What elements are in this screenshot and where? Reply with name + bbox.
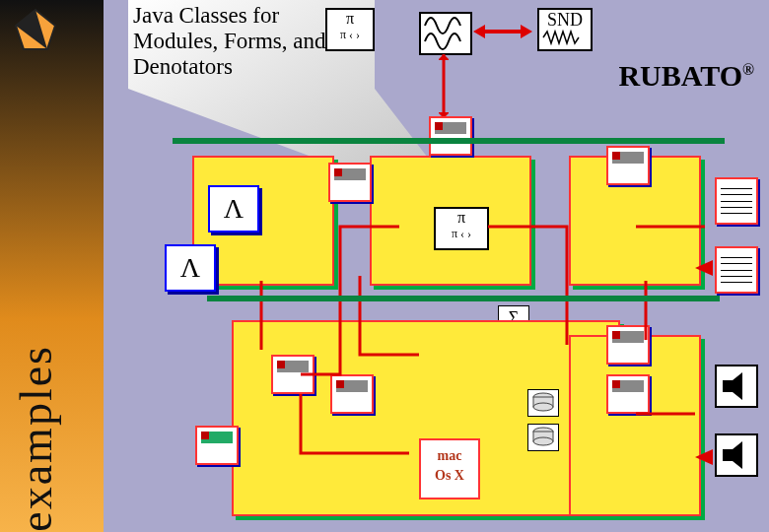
- module-widget: [271, 355, 315, 394]
- brand-name: RUBATO: [618, 59, 742, 92]
- speaker-icon: [715, 433, 758, 477]
- svg-marker-7: [439, 54, 449, 60]
- svg-marker-9: [695, 260, 713, 276]
- svg-marker-19: [695, 449, 713, 465]
- brand-label: RUBATO®: [618, 59, 754, 93]
- pi-icon: π π ‹ ›: [325, 8, 375, 51]
- pi-symbol: π: [436, 209, 487, 227]
- mac-line2: Os X: [421, 466, 478, 486]
- disk-icon: [527, 424, 559, 451]
- disk-icon: [527, 389, 559, 417]
- module-widget: [195, 426, 239, 465]
- svg-marker-5: [521, 25, 532, 38]
- coil-icon: [419, 12, 472, 55]
- svg-rect-20: [207, 296, 720, 301]
- module-widget: [328, 163, 372, 202]
- pi-sub: π ‹ ›: [327, 28, 373, 41]
- svg-marker-18: [723, 441, 742, 469]
- lambda-box: Λ: [165, 244, 216, 292]
- sidebar-label: examples: [10, 345, 62, 532]
- snd-label: SND: [539, 10, 591, 30]
- svg-marker-17: [723, 372, 742, 400]
- pi-icon: π π ‹ ›: [434, 207, 489, 250]
- connector: [439, 54, 449, 118]
- brand-registered: ®: [742, 61, 754, 78]
- score-staff-icon: [715, 177, 758, 225]
- logo-icon: [12, 6, 59, 53]
- bidir-arrow-icon: [473, 20, 532, 43]
- pi-symbol: π: [327, 10, 373, 28]
- module-widget: [606, 374, 650, 414]
- snd-box: SND: [537, 8, 593, 51]
- svg-point-16: [533, 437, 553, 445]
- module-widget: [606, 146, 650, 185]
- red-arrow-left: [695, 258, 719, 278]
- green-rail: [173, 138, 725, 148]
- svg-point-13: [533, 403, 553, 411]
- svg-marker-4: [473, 25, 485, 38]
- module-widget: [330, 374, 374, 414]
- module-widget: [429, 116, 472, 156]
- diagram-canvas: Java Classes for Modules, Forms, and Den…: [104, 0, 769, 532]
- pi-sub: π ‹ ›: [436, 227, 487, 240]
- mac-osx-badge: mac Os X: [419, 438, 480, 499]
- waveform-icon: [541, 30, 589, 45]
- lambda-box: Λ: [208, 185, 259, 233]
- svg-rect-10: [173, 138, 725, 144]
- module-widget: [606, 325, 650, 365]
- score-staff-icon: [715, 246, 758, 294]
- mac-line1: mac: [421, 446, 478, 466]
- speaker-icon: [715, 365, 758, 408]
- red-arrow-left: [695, 447, 719, 467]
- sidebar: examples: [0, 0, 104, 532]
